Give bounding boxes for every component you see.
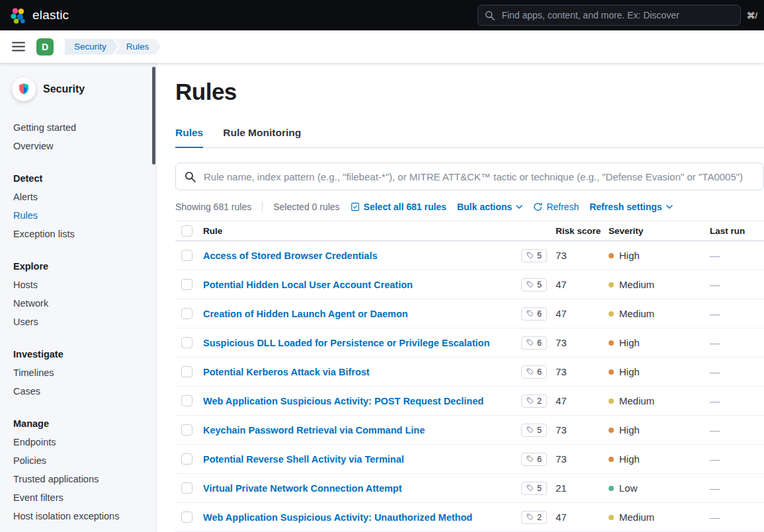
elastic-home-link[interactable]: elastic <box>9 7 69 24</box>
chevron-down-icon <box>516 205 523 209</box>
severity-value: Medium <box>609 395 704 406</box>
refresh-button[interactable]: Refresh <box>533 202 579 212</box>
menu-button[interactable] <box>9 39 28 54</box>
sidebar-item-getting-started[interactable]: Getting started <box>13 118 151 137</box>
row-checkbox[interactable] <box>181 453 192 465</box>
risk-score-value: 21 <box>556 482 609 494</box>
risk-score-value: 47 <box>556 512 609 523</box>
sidebar-item-network[interactable]: Network <box>13 294 151 313</box>
column-header-severity[interactable]: Severity <box>609 226 704 236</box>
sidebar-item-host-isolation-exceptions[interactable]: Host isolation exceptions <box>13 507 151 525</box>
column-header-last-run[interactable]: Last run <box>704 226 764 236</box>
tags-badge[interactable]: 2 <box>521 511 547 524</box>
column-header-rule[interactable]: Rule <box>203 226 516 236</box>
tags-badge[interactable]: 5 <box>521 278 547 291</box>
rule-link[interactable]: Web Application Suspicious Activity: POS… <box>203 396 484 406</box>
rule-link[interactable]: Suspicious DLL Loaded for Persistence or… <box>203 338 489 348</box>
sidebar-item-endpoints[interactable]: Endpoints <box>13 433 151 451</box>
tags-badge[interactable]: 5 <box>521 482 547 495</box>
severity-value: Medium <box>609 308 704 319</box>
select-all-button[interactable]: Select all 681 rules <box>351 202 446 212</box>
rule-link[interactable]: Keychain Password Retrieval via Command … <box>203 425 425 436</box>
hamburger-icon <box>12 42 25 52</box>
severity-label: High <box>619 453 640 465</box>
global-search-input[interactable] <box>500 9 734 21</box>
sidebar-item-overview[interactable]: Overview <box>13 137 151 155</box>
tags-badge[interactable]: 5 <box>521 424 547 437</box>
rules-table: Rule Risk score Severity Last run Access… <box>175 221 764 532</box>
severity-value: Medium <box>609 512 704 523</box>
refresh-settings-button[interactable]: Refresh settings <box>589 202 673 212</box>
sidebar-item-event-filters[interactable]: Event filters <box>13 488 151 507</box>
breadcrumb-bar: D Security Rules <box>0 30 764 63</box>
tags-badge[interactable]: 6 <box>521 307 547 321</box>
table-row: Creation of Hidden Launch Agent or Daemo… <box>175 299 764 328</box>
severity-dot <box>609 428 614 433</box>
sidebar-item-trusted-applications[interactable]: Trusted applications <box>13 470 151 488</box>
space-avatar[interactable]: D <box>36 38 54 56</box>
sidebar-item-users[interactable]: Users <box>13 313 151 331</box>
table-row: Virtual Private Network Connection Attem… <box>175 474 764 503</box>
row-checkbox[interactable] <box>181 308 192 319</box>
tab-rules[interactable]: Rules <box>175 127 203 148</box>
severity-dot <box>609 369 614 375</box>
global-search[interactable] <box>478 5 741 26</box>
last-run-value: — <box>704 482 764 494</box>
select-all-label: Select all 681 rules <box>364 202 446 212</box>
table-row: Web Application Suspicious Activity: Una… <box>175 503 764 532</box>
tag-icon <box>527 252 534 259</box>
sidebar-item-cases[interactable]: Cases <box>13 382 151 400</box>
tags-badge[interactable]: 6 <box>521 336 547 350</box>
tags-badge[interactable]: 2 <box>521 395 547 408</box>
rule-link[interactable]: Potential Hidden Local User Account Crea… <box>203 280 413 290</box>
tag-icon <box>527 455 534 463</box>
severity-label: Low <box>619 482 638 494</box>
sidebar-item-hosts[interactable]: Hosts <box>13 276 151 294</box>
breadcrumb-rules[interactable]: Rules <box>114 39 161 55</box>
select-all-rows-checkbox[interactable] <box>181 225 192 237</box>
tag-count: 2 <box>537 513 542 522</box>
breadcrumb: Security Rules <box>65 39 161 55</box>
breadcrumb-security[interactable]: Security <box>65 39 118 55</box>
sidebar-item-alerts[interactable]: Alerts <box>13 188 151 206</box>
rule-link[interactable]: Potential Kerberos Attack via Bifrost <box>203 367 370 377</box>
row-checkbox[interactable] <box>181 366 192 377</box>
sidebar-scrollbar[interactable] <box>152 67 155 165</box>
top-navbar: elastic ⌘/ <box>0 0 764 30</box>
bulk-actions-button[interactable]: Bulk actions <box>457 202 523 212</box>
row-checkbox[interactable] <box>181 250 192 261</box>
row-checkbox[interactable] <box>181 279 192 290</box>
column-header-risk-score[interactable]: Risk score <box>556 226 609 236</box>
row-checkbox[interactable] <box>181 482 192 494</box>
rule-link[interactable]: Potential Reverse Shell Activity via Ter… <box>203 454 404 465</box>
rule-link[interactable]: Virtual Private Network Connection Attem… <box>203 483 402 494</box>
tag-icon <box>527 513 534 521</box>
row-checkbox[interactable] <box>181 395 192 406</box>
tag-count: 6 <box>537 455 542 464</box>
row-checkbox[interactable] <box>181 424 192 436</box>
rule-link[interactable]: Access of Stored Browser Credentials <box>203 250 378 261</box>
sidebar-item-rules[interactable]: Rules <box>13 206 151 225</box>
rules-search-input[interactable] <box>202 171 755 183</box>
sidebar-item-policies[interactable]: Policies <box>13 451 151 470</box>
tag-icon <box>527 310 534 317</box>
last-run-value: — <box>704 308 764 319</box>
bulk-actions-label: Bulk actions <box>457 202 512 212</box>
row-checkbox[interactable] <box>181 337 192 348</box>
tags-badge[interactable]: 6 <box>521 453 547 466</box>
tab-rule-monitoring[interactable]: Rule Monitoring <box>223 127 301 147</box>
tag-icon <box>527 426 534 434</box>
severity-dot <box>609 282 614 287</box>
rule-link[interactable]: Creation of Hidden Launch Agent or Daemo… <box>203 309 408 319</box>
toolbar-divider <box>262 202 263 212</box>
risk-score-value: 47 <box>556 279 609 290</box>
risk-score-value: 73 <box>556 366 609 377</box>
tag-icon <box>527 368 534 375</box>
chevron-down-icon <box>666 205 673 209</box>
sidebar-item-timelines[interactable]: Timelines <box>13 363 151 382</box>
tags-badge[interactable]: 6 <box>521 365 547 379</box>
tags-badge[interactable]: 5 <box>521 249 547 262</box>
rule-link[interactable]: Web Application Suspicious Activity: Una… <box>203 512 472 523</box>
sidebar-item-exception-lists[interactable]: Exception lists <box>13 225 151 243</box>
row-checkbox[interactable] <box>181 512 192 523</box>
